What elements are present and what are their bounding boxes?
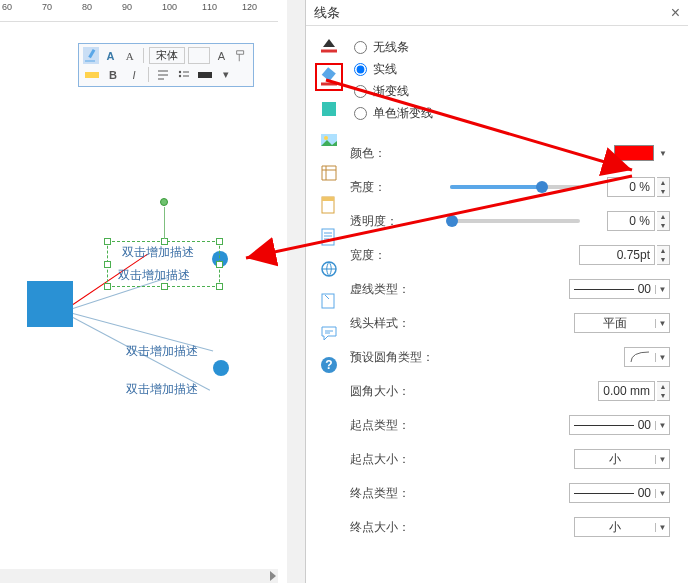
node-dot[interactable] — [213, 360, 229, 376]
chevron-down-icon[interactable]: ▼ — [655, 421, 669, 430]
spinner[interactable]: ▲▼ — [657, 381, 670, 401]
radio-gradient[interactable] — [354, 85, 367, 98]
tab-text-icon[interactable] — [315, 223, 343, 251]
label-arrow-style: 线头样式： — [350, 315, 450, 332]
row-opacity: 透明度： 0 % ▲▼ — [350, 204, 670, 238]
line-style-icon[interactable] — [196, 66, 214, 83]
row-brightness: 亮度： 0 % ▲▼ — [350, 170, 670, 204]
svg-rect-0 — [88, 48, 95, 57]
width-value[interactable]: 0.75pt — [579, 245, 655, 265]
canvas-scrollbar-vertical[interactable] — [287, 0, 305, 583]
row-end-type: 终点类型： 00 ▼ — [350, 476, 670, 510]
row-round-preset: 预设圆角类型： ▼ — [350, 340, 670, 374]
font-size-select[interactable] — [188, 47, 210, 64]
spinner[interactable]: ▲▼ — [657, 211, 670, 231]
tab-help-icon[interactable]: ? — [315, 351, 343, 379]
radio-none[interactable] — [354, 41, 367, 54]
ruler-tick: 80 — [82, 2, 92, 12]
chevron-down-icon[interactable]: ▼ — [655, 523, 669, 532]
row-arrow-style: 线头样式： 平面 ▼ — [350, 306, 670, 340]
line-type-gradient[interactable]: 渐变线 — [354, 80, 670, 102]
spinner[interactable]: ▲▼ — [657, 245, 670, 265]
resize-handle[interactable] — [104, 261, 111, 268]
font-grow-icon[interactable]: A — [213, 47, 229, 64]
label-color: 颜色： — [350, 145, 450, 162]
line-properties-panel: 线条 × ? 无线条 实线 — [306, 0, 688, 583]
tab-size-icon[interactable] — [315, 159, 343, 187]
line-properties-list: 无线条 实线 渐变线 单色渐变线 颜色： ▼ — [344, 26, 688, 583]
font-color-icon[interactable]: A — [102, 47, 118, 64]
opacity-value[interactable]: 0 % — [607, 211, 655, 231]
ruler-tick: 110 — [202, 2, 217, 12]
resize-handle[interactable] — [216, 238, 223, 245]
svg-rect-8 — [322, 197, 334, 201]
resize-handle[interactable] — [104, 238, 111, 245]
row-color: 颜色： ▼ — [350, 136, 670, 170]
svg-point-2 — [179, 74, 181, 76]
tab-fill-icon[interactable] — [315, 31, 343, 59]
node-label[interactable]: 双击增加描述 — [126, 381, 198, 398]
row-round-size: 圆角大小： 0.00 mm ▲▼ — [350, 374, 670, 408]
tab-link-icon[interactable] — [315, 255, 343, 283]
resize-handle[interactable] — [216, 261, 223, 268]
ruler-tick: 100 — [162, 2, 177, 12]
ruler-tick: 90 — [122, 2, 132, 12]
chevron-down-icon[interactable]: ▼ — [655, 285, 669, 294]
color-swatch[interactable] — [614, 145, 654, 161]
chevron-down-icon[interactable]: ▼ — [655, 489, 669, 498]
tab-layout-icon[interactable] — [315, 191, 343, 219]
svg-point-6 — [324, 136, 328, 140]
line-type-solid[interactable]: 实线 — [354, 58, 670, 80]
slider-brightness[interactable] — [450, 185, 580, 189]
dash-select[interactable]: 00 ▼ — [569, 279, 670, 299]
chevron-down-icon[interactable]: ▼ — [655, 455, 669, 464]
round-size-value[interactable]: 0.00 mm — [598, 381, 655, 401]
panel-header: 线条 × — [306, 0, 688, 26]
label-round-preset: 预设圆角类型： — [350, 349, 450, 366]
align-icon[interactable] — [154, 66, 172, 83]
end-size-select[interactable]: 小 ▼ — [574, 517, 670, 537]
more-icon[interactable]: ▾ — [217, 66, 235, 83]
label-brightness: 亮度： — [350, 179, 450, 196]
round-preset-select[interactable]: ▼ — [624, 347, 670, 367]
radio-onecolor-gradient[interactable] — [354, 107, 367, 120]
tab-comment-icon[interactable] — [315, 319, 343, 347]
resize-handle[interactable] — [161, 238, 168, 245]
font-pick-icon[interactable]: A — [122, 47, 138, 64]
start-type-select[interactable]: 00 ▼ — [569, 415, 670, 435]
shape-fill-icon[interactable] — [83, 66, 101, 83]
resize-handle[interactable] — [161, 283, 168, 290]
bullets-icon[interactable] — [175, 66, 193, 83]
slider-opacity[interactable] — [450, 219, 580, 223]
spinner[interactable]: ▲▼ — [657, 177, 670, 197]
tab-spec-icon[interactable] — [315, 287, 343, 315]
paint-format-icon[interactable] — [233, 47, 249, 64]
chevron-down-icon[interactable]: ▼ — [655, 319, 669, 328]
italic-icon[interactable]: I — [125, 66, 143, 83]
chevron-down-icon[interactable]: ▼ — [656, 149, 670, 158]
radio-solid[interactable] — [354, 63, 367, 76]
node-label[interactable]: 双击增加描述 — [126, 343, 198, 360]
tab-picture-icon[interactable] — [315, 127, 343, 155]
tab-line-icon[interactable] — [315, 63, 343, 91]
svg-rect-3 — [322, 67, 336, 81]
arrow-style-select[interactable]: 平面 ▼ — [574, 313, 670, 333]
rotate-handle[interactable] — [160, 198, 168, 206]
canvas-shape-rect[interactable] — [27, 281, 73, 327]
tab-shadow-icon[interactable] — [315, 95, 343, 123]
resize-handle[interactable] — [216, 283, 223, 290]
brightness-value[interactable]: 0 % — [607, 177, 655, 197]
close-icon[interactable]: × — [671, 4, 680, 22]
font-family-select[interactable]: 宋体 — [149, 47, 185, 64]
resize-handle[interactable] — [104, 283, 111, 290]
start-size-select[interactable]: 小 ▼ — [574, 449, 670, 469]
label-start-size: 起点大小： — [350, 451, 450, 468]
canvas-scrollbar-horizontal[interactable] — [0, 569, 278, 583]
line-type-none[interactable]: 无线条 — [354, 36, 670, 58]
end-type-select[interactable]: 00 ▼ — [569, 483, 670, 503]
bold-icon[interactable]: B — [104, 66, 122, 83]
chevron-down-icon[interactable]: ▼ — [655, 353, 669, 362]
floating-format-toolbar[interactable]: A A 宋体 A B I ▾ — [78, 43, 254, 87]
line-type-onecolor-gradient[interactable]: 单色渐变线 — [354, 102, 670, 124]
style-picker-icon[interactable] — [83, 47, 99, 64]
